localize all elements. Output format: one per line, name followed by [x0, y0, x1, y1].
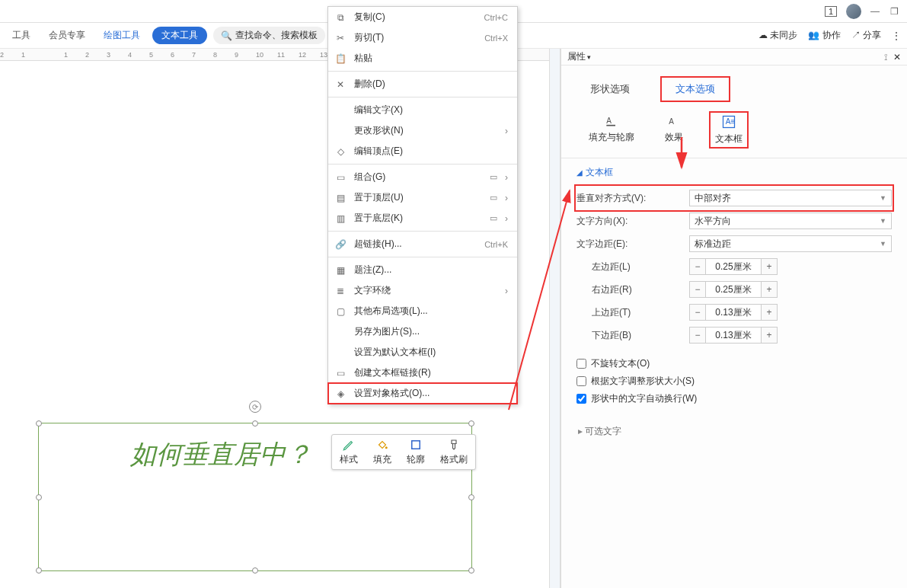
menu-item[interactable]: 更改形状(N)› [328, 120, 517, 141]
tab-member[interactable]: 会员专享 [43, 27, 91, 44]
group-icon: ▭ [334, 172, 347, 183]
format-icon: ◈ [334, 388, 347, 399]
fill-outline-icon: A [603, 113, 620, 128]
search-placeholder: 查找命令、搜索模板 [235, 29, 318, 42]
menu-item[interactable]: ≣文字环绕› [328, 280, 517, 301]
spinner-bottom-margin[interactable]: −0.13厘米+ [689, 327, 778, 344]
section-alt-text[interactable]: 可选文字 [561, 417, 907, 446]
svg-text:A≡: A≡ [726, 117, 736, 126]
svg-rect-1 [412, 441, 420, 449]
tab-text-tools[interactable]: 文本工具 [152, 27, 207, 44]
resize-handle-w[interactable] [36, 494, 42, 500]
menu-item[interactable]: 编辑文字(X) [328, 100, 517, 120]
svg-text:A: A [606, 117, 612, 125]
pencil-icon [340, 438, 357, 452]
menu-item[interactable]: 🔗超链接(H)...Ctrl+K [328, 234, 517, 254]
svg-text:A: A [669, 117, 674, 126]
resize-handle-s[interactable] [252, 567, 258, 574]
tab-draw-tools[interactable]: 绘图工具 [97, 27, 146, 44]
effect-icon: A [666, 113, 682, 128]
menu-item[interactable]: 设置为默认文本框(I) [328, 342, 517, 363]
spinner-right-margin[interactable]: −0.25厘米+ [689, 281, 778, 298]
editpt-icon: ◇ [334, 146, 347, 157]
subtab-effect[interactable]: A 效果 [660, 111, 688, 149]
panel-gutter [549, 49, 560, 588]
avatar[interactable] [846, 4, 861, 19]
menu-item[interactable]: ▭创建文本框链接(R) [328, 363, 517, 383]
menu-item[interactable]: ▤置于顶层(U)▭› [328, 187, 517, 208]
svg-point-0 [385, 446, 388, 449]
menu-item: ▭组合(G)▭› [328, 167, 517, 187]
brush-icon [446, 438, 462, 452]
wrap-icon: ≣ [334, 286, 347, 296]
tab-text-options[interactable]: 文本选项 [660, 76, 730, 102]
row-text-margin: 文字边距(E): 标准边距▼ [576, 232, 892, 255]
linkbox-icon: ▭ [334, 368, 347, 379]
property-panel: 属性▾ ⟟ ✕ 形状选项 文本选项 A 填充与轮廓 A 效果 A≡ 文本框 文本… [560, 49, 907, 588]
menu-item[interactable]: ▥置于底层(K)▭› [328, 208, 517, 228]
menu-item[interactable]: 另存为图片(S)... [328, 321, 517, 342]
section-textbox-title[interactable]: 文本框 [576, 166, 892, 179]
tab-tools[interactable]: 工具 [6, 27, 37, 44]
check-resize-to-fit[interactable]: 根据文字调整形状大小(S) [576, 375, 892, 388]
pin-icon[interactable]: ⟟ [884, 52, 887, 62]
copy-icon: ⧉ [334, 12, 347, 23]
menu-item[interactable]: ✕删除(D) [328, 74, 517, 94]
fill-button[interactable]: 填充 [366, 435, 399, 469]
share-button[interactable]: ↗ 分享 [851, 29, 881, 42]
layout-icon: ▢ [334, 306, 347, 317]
menu-item[interactable]: ⧉复制(C)Ctrl+C [328, 7, 517, 27]
bucket-icon [374, 438, 391, 452]
menu-item[interactable]: ◈设置对象格式(O)... [328, 383, 517, 404]
note-icon: ▦ [334, 265, 347, 276]
check-wrap-text[interactable]: 形状中的文字自动换行(W) [576, 392, 892, 405]
spinner-left-margin[interactable]: − 0.25厘米 + [689, 258, 778, 275]
delete-icon: ✕ [334, 79, 347, 90]
resize-handle-e[interactable] [468, 494, 474, 500]
menu-item[interactable]: ✂剪切(T)Ctrl+X [328, 27, 517, 48]
format-brush-button[interactable]: 格式刷 [433, 435, 475, 469]
outline-button[interactable]: 轮廓 [399, 435, 433, 469]
panel-title: 属性 [567, 50, 586, 63]
cut-icon: ✂ [334, 33, 347, 43]
close-panel-icon[interactable]: ✕ [893, 52, 901, 62]
check-no-rotate[interactable]: 不旋转文本(O) [576, 357, 892, 370]
subtab-textbox[interactable]: A≡ 文本框 [709, 111, 749, 149]
rotate-handle[interactable]: ⟳ [249, 401, 261, 413]
maximize-button[interactable]: ❐ [890, 6, 901, 17]
decrease-button[interactable]: − [689, 258, 706, 275]
select-vertical-align[interactable]: 中部对齐▼ [689, 190, 892, 206]
paste-icon: 📋 [334, 53, 347, 64]
subtab-fill-outline[interactable]: A 填充与轮廓 [584, 111, 639, 149]
collab-button[interactable]: 👥 协作 [808, 29, 840, 42]
select-text-margin[interactable]: 标准边距▼ [689, 235, 892, 252]
textbox-icon: A≡ [720, 114, 737, 129]
style-button[interactable]: 样式 [332, 435, 366, 469]
resize-handle-n[interactable] [252, 420, 258, 427]
spinner-top-margin[interactable]: −0.13厘米+ [689, 304, 778, 321]
increase-button[interactable]: + [761, 258, 778, 275]
row-vertical-align: 垂直对齐方式(V): 中部对齐▼ [576, 187, 892, 209]
row-text-direction: 文字方向(X): 水平方向▼ [576, 209, 892, 232]
menu-item: ▦题注(Z)... [328, 260, 517, 280]
back-icon: ▥ [334, 213, 347, 224]
select-text-direction[interactable]: 水平方向▼ [689, 213, 892, 229]
menu-item[interactable]: ▢其他布局选项(L)... [328, 301, 517, 321]
menu-item[interactable]: ◇编辑顶点(E) [328, 141, 517, 161]
sync-status[interactable]: ☁ 未同步 [758, 29, 797, 42]
search-input[interactable]: 🔍 查找命令、搜索模板 [213, 27, 325, 44]
outline-icon [407, 438, 424, 452]
resize-handle-sw[interactable] [36, 567, 42, 574]
resize-handle-se[interactable] [468, 567, 474, 574]
doc-count-badge: 1 [825, 6, 837, 17]
resize-handle-nw[interactable] [36, 420, 42, 427]
link-icon: 🔗 [334, 239, 347, 250]
minimize-button[interactable]: — [870, 6, 881, 17]
resize-handle-ne[interactable] [468, 420, 474, 427]
tab-shape-options[interactable]: 形状选项 [584, 79, 636, 99]
more-icon[interactable]: ⋮ [892, 30, 901, 41]
floating-format-toolbar: 样式 填充 轮廓 格式刷 [331, 434, 476, 470]
menu-item[interactable]: 📋粘贴 [328, 48, 517, 69]
context-menu: ⧉复制(C)Ctrl+C✂剪切(T)Ctrl+X📋粘贴✕删除(D)编辑文字(X)… [327, 6, 518, 404]
front-icon: ▤ [334, 193, 347, 203]
